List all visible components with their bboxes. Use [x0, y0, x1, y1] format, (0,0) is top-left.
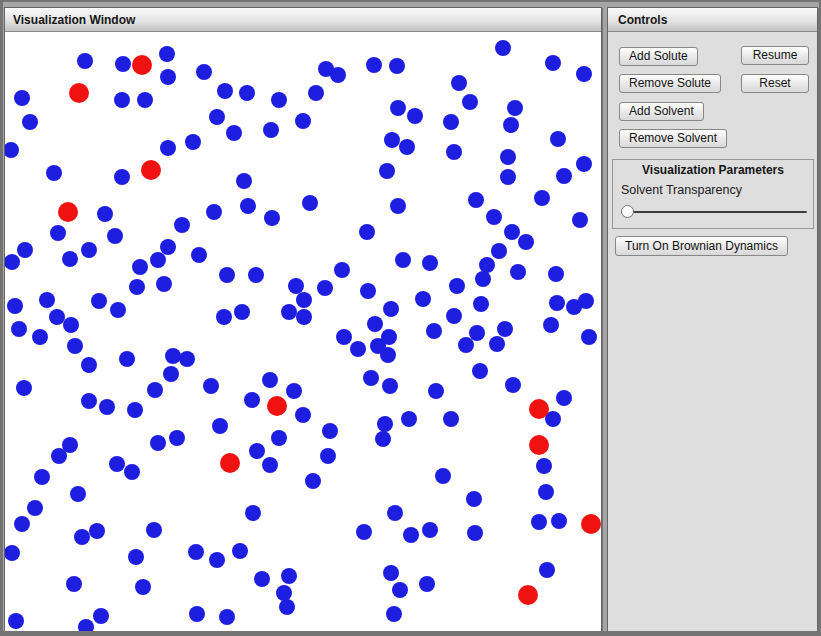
solvent-particle: [119, 351, 135, 367]
solvent-particle: [226, 125, 242, 141]
slider-thumb[interactable]: [621, 205, 634, 218]
remove-solute-button[interactable]: Remove Solute: [619, 74, 721, 93]
solvent-particle: [32, 329, 48, 345]
solvent-particle: [14, 90, 30, 106]
solvent-particle: [216, 309, 232, 325]
solvent-particle: [128, 549, 144, 565]
solvent-particle: [507, 100, 523, 116]
solvent-particle: [500, 149, 516, 165]
solvent-particle: [248, 267, 264, 283]
solvent-particle: [150, 252, 166, 268]
solvent-transparency-slider[interactable]: [621, 205, 807, 219]
solvent-particle: [419, 576, 435, 592]
solvent-particle: [308, 85, 324, 101]
solvent-particle: [50, 225, 66, 241]
solvent-particle: [115, 56, 131, 72]
solvent-particle: [160, 239, 176, 255]
solvent-particle: [576, 156, 592, 172]
solvent-particle: [399, 139, 415, 155]
solvent-particle: [206, 204, 222, 220]
solvent-particle: [296, 292, 312, 308]
solvent-particle: [389, 58, 405, 74]
solvent-particle: [244, 392, 260, 408]
solvent-particle: [550, 131, 566, 147]
solvent-particle: [7, 298, 23, 314]
visualization-window-title-label: Visualization Window: [13, 13, 135, 27]
solvent-particle: [472, 363, 488, 379]
solvent-particle: [78, 619, 94, 631]
solvent-particle: [387, 505, 403, 521]
visualization-parameters-group: Visualization Parameters Solvent Transpa…: [612, 159, 814, 229]
solvent-particle: [185, 134, 201, 150]
solute-particle: [69, 83, 89, 103]
solvent-particle: [503, 117, 519, 133]
solvent-particle: [469, 325, 485, 341]
solvent-particle: [395, 252, 411, 268]
solvent-particle: [531, 514, 547, 530]
solvent-particle: [449, 278, 465, 294]
remove-solvent-button[interactable]: Remove Solvent: [619, 129, 727, 148]
slider-track[interactable]: [621, 211, 807, 213]
solvent-particle: [67, 338, 83, 354]
solvent-particle: [232, 543, 248, 559]
resume-button[interactable]: Resume: [741, 46, 809, 65]
solvent-particle: [475, 271, 491, 287]
solvent-particle: [262, 457, 278, 473]
reset-button[interactable]: Reset: [741, 74, 809, 93]
solvent-particle: [217, 83, 233, 99]
brownian-dynamics-button[interactable]: Turn On Brownian Dynamics: [615, 236, 788, 256]
solvent-particle: [534, 190, 550, 206]
solvent-particle: [91, 293, 107, 309]
solvent-particle: [435, 468, 451, 484]
solute-particle: [518, 585, 538, 605]
solute-particle: [581, 514, 601, 534]
solvent-particle: [150, 435, 166, 451]
solvent-particle: [159, 46, 175, 62]
solvent-particle: [27, 500, 43, 516]
solvent-particle: [254, 571, 270, 587]
solvent-particle: [356, 524, 372, 540]
solvent-particle: [383, 301, 399, 317]
solvent-particle: [240, 198, 256, 214]
solvent-particle: [543, 317, 559, 333]
solvent-particle: [407, 108, 423, 124]
solvent-particle: [415, 291, 431, 307]
solvent-transparency-label: Solvent Transparency: [621, 183, 742, 197]
solvent-particle: [271, 92, 287, 108]
solvent-particle: [468, 192, 484, 208]
solvent-particle: [281, 568, 297, 584]
solvent-particle: [93, 608, 109, 624]
solute-particle: [132, 55, 152, 75]
add-solvent-button[interactable]: Add Solvent: [619, 102, 704, 121]
solvent-particle: [262, 372, 278, 388]
solvent-particle: [466, 491, 482, 507]
add-solute-button[interactable]: Add Solute: [619, 47, 698, 66]
solvent-particle: [495, 40, 511, 56]
solvent-particle: [556, 168, 572, 184]
solvent-particle: [188, 544, 204, 560]
solvent-particle: [62, 251, 78, 267]
solvent-particle: [81, 357, 97, 373]
controls-panel-title-label: Controls: [618, 13, 667, 27]
solvent-particle: [505, 377, 521, 393]
solvent-particle: [17, 242, 33, 258]
solute-particle: [58, 202, 78, 222]
solvent-particle: [279, 599, 295, 615]
solvent-particle: [169, 430, 185, 446]
controls-panel-title: Controls: [608, 8, 817, 32]
solvent-particle: [16, 380, 32, 396]
solvent-particle: [191, 247, 207, 263]
solvent-particle: [203, 378, 219, 394]
solvent-particle: [467, 525, 483, 541]
solvent-particle: [236, 173, 252, 189]
solvent-particle: [114, 169, 130, 185]
solvent-particle: [390, 198, 406, 214]
solvent-particle: [576, 66, 592, 82]
solvent-particle: [74, 529, 90, 545]
solvent-particle: [581, 329, 597, 345]
solvent-particle: [366, 57, 382, 73]
solvent-particle: [302, 195, 318, 211]
solvent-particle: [401, 411, 417, 427]
solute-particle: [141, 160, 161, 180]
solvent-particle: [212, 418, 228, 434]
